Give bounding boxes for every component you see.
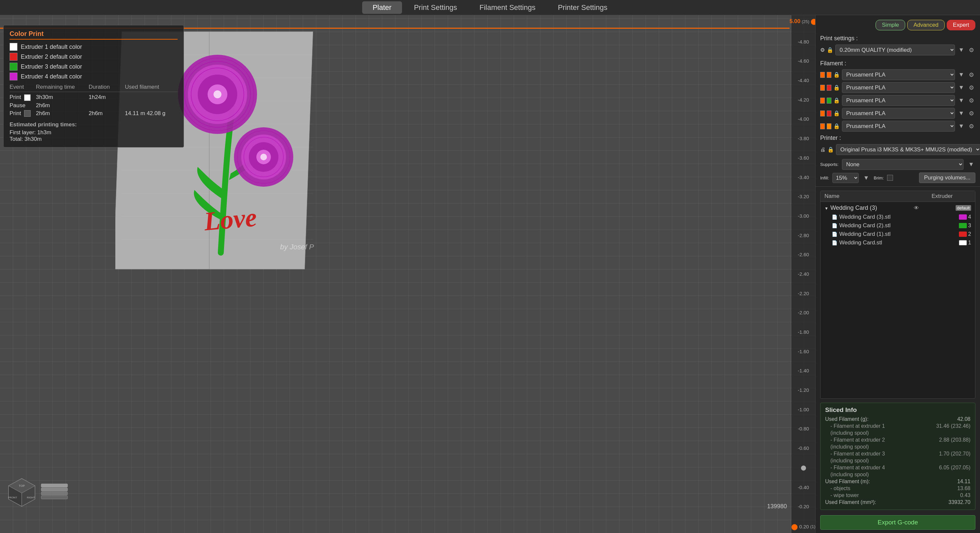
infill-arrow[interactable]: ▼ [862, 173, 870, 183]
event-1-remaining: 3h30m [36, 94, 89, 101]
print-settings-gear[interactable]: ▼ [957, 45, 966, 55]
divider-1 [816, 186, 980, 187]
col-duration: Duration [89, 84, 125, 90]
used-mm3-value: 33932.70 [948, 499, 970, 505]
advanced-mode-btn[interactable]: Advanced [907, 20, 945, 30]
y-mark-320: -3.20 [798, 194, 809, 199]
y-mark-260: -2.60 [798, 252, 809, 257]
supports-select[interactable]: None [842, 159, 964, 170]
y-mark-060: -0.60 [798, 445, 809, 451]
fil-5-swatch-b [827, 123, 831, 129]
wipe-value: 0.43 [960, 492, 970, 498]
obj-item-4-icon: 📄 [832, 240, 837, 246]
sliced-info-used-g: Used Filament (g): 42.08 [825, 416, 970, 422]
fil-3-swatch-a [820, 97, 825, 104]
fil-3-select[interactable]: Prusament PLA [842, 95, 955, 106]
svg-text:by Josef P: by Josef P [280, 243, 314, 251]
fil-5-select[interactable]: Prusament PLA [842, 121, 955, 132]
fil-5-gear[interactable]: ⚙ [967, 121, 975, 131]
tab-printer-settings[interactable]: Printer Settings [547, 1, 618, 14]
extruder-3-label: Extruder 3 default color [21, 63, 82, 70]
export-gcode-btn[interactable]: Export G-code [820, 515, 975, 530]
sliced-info-ext3: - Filament at extruder 3 1.70 (202.70) [825, 451, 970, 457]
supports-label: Supports: [820, 162, 838, 167]
svg-point-15 [213, 90, 221, 98]
eye-icon[interactable]: 👁 [914, 205, 919, 211]
y-top-value: 5.00 [789, 18, 800, 25]
y-mark-160: -1.60 [798, 349, 809, 354]
sliced-info-ext2: - Filament at extruder 2 2.88 (203.88) [825, 437, 970, 443]
first-layer-time: First layer: 1h3m [10, 129, 178, 136]
event-3-duration: 2h6m [89, 110, 125, 117]
col-name-header: Name [824, 193, 932, 199]
obj-item-4-name: Wedding Card.stl [839, 239, 882, 246]
fil-4-gear[interactable]: ⚙ [967, 109, 975, 118]
ext3-value: 1.70 (202.70) [939, 451, 970, 457]
svg-text:RIGHT: RIGHT [27, 496, 35, 499]
ext1-value: 31.46 (232.46) [936, 423, 970, 429]
group-extruder-badge: default [956, 205, 971, 211]
extruder-4-swatch [10, 73, 18, 80]
y-bottom-extra: (1) [810, 524, 815, 529]
tab-filament-settings[interactable]: Filament Settings [469, 1, 546, 14]
print-settings-label: Print settings : [816, 33, 980, 43]
y-mid-marker: ⬤ [801, 465, 807, 471]
fil-3-arrow[interactable]: ▼ [957, 96, 966, 105]
viewport[interactable]: Color Print Extruder 1 default color Ext… [0, 15, 815, 533]
obj-item-3[interactable]: 📄 Wedding Card (1).stl 2 [822, 230, 973, 238]
fil-2-gear[interactable]: ⚙ [967, 83, 975, 93]
right-panel: Simple Advanced Expert Print settings : … [815, 15, 980, 533]
right-number-display: 139980 [767, 503, 787, 510]
view-cube[interactable]: TOP FRONT RIGHT [5, 477, 38, 507]
extruder-row-4: Extruder 4 default color [10, 73, 178, 80]
printer-select[interactable]: Original Prusa i3 MK3S & MK3S+ MMU2S (mo… [836, 144, 980, 155]
tab-print-settings[interactable]: Print Settings [403, 1, 468, 14]
y-mark-120: -1.20 [798, 387, 809, 393]
col-remaining: Remaining time [36, 84, 89, 90]
simple-mode-btn[interactable]: Simple [875, 20, 905, 30]
fil-5-arrow[interactable]: ▼ [957, 121, 966, 131]
purge-btn[interactable]: Purging volumes... [919, 172, 975, 183]
layers-icon[interactable] [40, 479, 69, 507]
sliced-info-ext4: - Filament at extruder 4 6.05 (207.05) [825, 465, 970, 471]
obj-item-2[interactable]: 📄 Wedding Card (2).stl 3 [822, 221, 973, 230]
supports-arrow[interactable]: ▼ [967, 160, 975, 169]
fil-4-select[interactable]: Prusament PLA [842, 108, 955, 119]
fil-2-swatch-b [827, 85, 831, 91]
svg-text:Love: Love [203, 203, 258, 236]
fil-1-arrow[interactable]: ▼ [957, 70, 966, 80]
obj-item-2-badge [959, 223, 967, 228]
fil-2-lock: 🔒 [834, 85, 840, 91]
svg-rect-35 [41, 496, 68, 499]
fil-1-lock: 🔒 [834, 72, 840, 78]
fil-4-arrow[interactable]: ▼ [957, 109, 966, 118]
fil-2-select[interactable]: Prusament PLA [842, 82, 955, 93]
tab-plater[interactable]: Plater [362, 1, 402, 14]
event-2-name: Pause [10, 102, 36, 109]
filament-row-2: 🔒 Prusament PLA ▼ ⚙ [816, 81, 980, 94]
obj-item-4[interactable]: 📄 Wedding Card.stl 1 [822, 238, 973, 247]
y-mark-400: -4.00 [798, 116, 809, 122]
z-bottom-icon: ⬤ [791, 523, 798, 530]
print-settings-config[interactable]: ⚙ [967, 45, 975, 55]
print-settings-select[interactable]: 0.20mm QUALITY (modified) [835, 45, 955, 56]
expert-mode-btn[interactable]: Expert [947, 20, 975, 30]
printer-icon: 🖨 [820, 147, 826, 153]
obj-item-1-extruder: 4 [968, 214, 971, 220]
obj-item-1-badge [959, 214, 967, 220]
obj-item-1[interactable]: 📄 Wedding Card (3).stl 4 [822, 213, 973, 221]
infill-select[interactable]: 15% [832, 173, 859, 183]
fil-2-swatch-a [820, 85, 825, 91]
obj-group-header-1[interactable]: Wedding Card (3) 👁 default [822, 203, 973, 213]
fil-2-arrow[interactable]: ▼ [957, 83, 966, 93]
fil-3-gear[interactable]: ⚙ [967, 96, 975, 105]
fil-1-select[interactable]: Prusament PLA [842, 69, 955, 80]
est-times-title: Estimated printing times: [10, 121, 178, 128]
brim-checkbox[interactable] [887, 175, 893, 181]
fil-1-gear[interactable]: ⚙ [967, 70, 975, 80]
event-3-remaining: 2h6m [36, 110, 89, 117]
ext2-spool-label: (including spool) [830, 444, 869, 450]
obj-list-header: Name Extruder [821, 191, 975, 202]
y-mark-340: -3.40 [798, 174, 809, 180]
canvas-area[interactable]: Color Print Extruder 1 default color Ext… [0, 15, 815, 533]
